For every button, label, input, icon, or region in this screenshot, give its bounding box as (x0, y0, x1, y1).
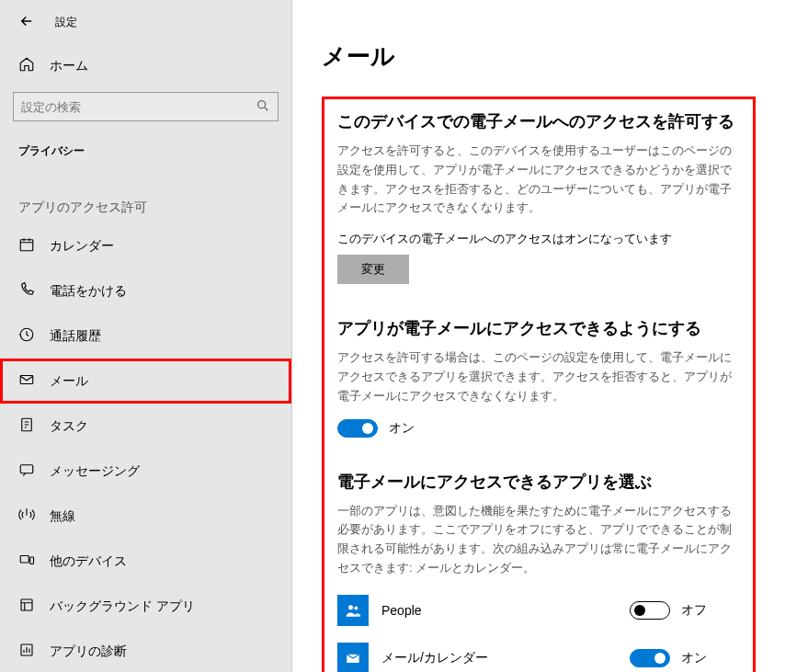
svg-point-10 (348, 605, 353, 609)
calendar-icon (18, 236, 35, 256)
window-title: 設定 (55, 15, 77, 30)
group3-body: 一部のアプリは、意図した機能を果たすために電子メールにアクセスする必要があります… (337, 502, 740, 578)
phone-icon (18, 281, 35, 301)
group-choose-apps: 電子メールにアクセスできるアプリを選ぶ 一部のアプリは、意図した機能を果たすため… (337, 471, 740, 672)
nav-label: 無線 (50, 508, 75, 525)
svg-rect-8 (21, 599, 32, 610)
sidebar-item-home[interactable]: ホーム (0, 45, 291, 86)
tasks-icon (18, 416, 35, 436)
history-icon (18, 326, 35, 346)
people-toggle-label: オフ (681, 602, 707, 619)
sidebar-item-mail[interactable]: メール (0, 359, 291, 404)
group-app-access: アプリが電子メールにアクセスできるようにする アクセスを許可する場合は、このペー… (337, 317, 740, 437)
group2-body: アクセスを許可する場合は、このページの設定を使用して、電子メールにアクセスできる… (337, 348, 740, 405)
mail-icon (18, 371, 35, 391)
svg-rect-1 (20, 240, 33, 251)
highlight-box: このデバイスでの電子メールへのアクセスを許可する アクセスを許可すると、このデバ… (322, 97, 756, 672)
home-label: ホーム (50, 58, 88, 74)
diagnostics-icon (18, 642, 35, 661)
search-icon (256, 98, 270, 116)
nav-label: メッセージング (50, 463, 140, 480)
sidebar-item-background[interactable]: バックグラウンド アプリ (0, 584, 291, 629)
background-icon (18, 597, 35, 616)
nav-label: 他のデバイス (50, 553, 127, 570)
group1-status: このデバイスの電子メールへのアクセスはオンになっています (337, 231, 740, 247)
nav-label: タスク (50, 418, 88, 435)
sidebar-item-radio[interactable]: 無線 (0, 494, 291, 539)
people-toggle[interactable] (630, 601, 670, 620)
nav-label: アプリの診断 (50, 644, 127, 660)
apps-access-toggle[interactable] (337, 419, 378, 438)
group2-heading: アプリが電子メールにアクセスできるようにする (337, 317, 740, 339)
content-area: メール このデバイスでの電子メールへのアクセスを許可する アクセスを許可すると、… (292, 0, 785, 672)
group3-heading: 電子メールにアクセスできるアプリを選ぶ (337, 471, 740, 493)
svg-point-11 (354, 606, 358, 609)
sidebar-item-call[interactable]: 電話をかける (0, 268, 291, 313)
sidebar: 設定 ホーム プライバシー アプリのアクセス許可 カレンダー 電話をかける 通話… (0, 0, 292, 672)
mailcal-toggle[interactable] (630, 649, 670, 667)
nav-label: バックグラウンド アプリ (50, 598, 195, 615)
svg-rect-7 (30, 557, 34, 564)
nav-label: 通話履歴 (50, 328, 101, 345)
home-icon (18, 56, 35, 75)
sidebar-item-messaging[interactable]: メッセージング (0, 449, 291, 494)
sidebar-item-calendar[interactable]: カレンダー (0, 223, 291, 268)
devices-icon (18, 552, 35, 571)
svg-rect-3 (20, 376, 33, 384)
app-name-people: People (381, 603, 630, 618)
sidebar-item-otherdevices[interactable]: 他のデバイス (0, 539, 291, 584)
group1-body: アクセスを許可すると、このデバイスを使用するユーザーはこのページの設定を使用して… (337, 142, 740, 218)
people-icon (337, 595, 369, 626)
mailcal-toggle-label: オン (681, 650, 707, 666)
nav-label: 電話をかける (50, 283, 127, 300)
radio-icon (18, 507, 35, 526)
apps-access-toggle-label: オン (389, 420, 415, 437)
search-input-wrap[interactable] (13, 92, 279, 121)
app-name-mailcal: メール/カレンダー (381, 650, 630, 666)
mailcal-icon (337, 643, 369, 672)
nav-label: カレンダー (50, 238, 114, 255)
group1-heading: このデバイスでの電子メールへのアクセスを許可する (337, 110, 740, 132)
messaging-icon (18, 461, 35, 481)
app-row-mailcal: メール/カレンダー オン (337, 643, 740, 672)
group-device-access: このデバイスでの電子メールへのアクセスを許可する アクセスを許可すると、このデバ… (337, 110, 740, 284)
app-row-people: People オフ (337, 595, 740, 626)
page-title: メール (322, 40, 756, 73)
svg-rect-5 (20, 465, 33, 473)
change-button[interactable]: 変更 (337, 255, 409, 284)
svg-rect-6 (20, 556, 28, 564)
sidebar-item-callhistory[interactable]: 通話履歴 (0, 313, 291, 359)
sidebar-item-diagnostics[interactable]: アプリの診断 (0, 629, 291, 672)
back-icon[interactable] (18, 13, 35, 32)
search-input[interactable] (21, 100, 256, 114)
svg-point-0 (258, 100, 266, 108)
category-label: プライバシー (0, 134, 291, 177)
permissions-header: アプリのアクセス許可 (0, 177, 291, 223)
sidebar-item-tasks[interactable]: タスク (0, 404, 291, 449)
nav-label: メール (50, 373, 88, 390)
